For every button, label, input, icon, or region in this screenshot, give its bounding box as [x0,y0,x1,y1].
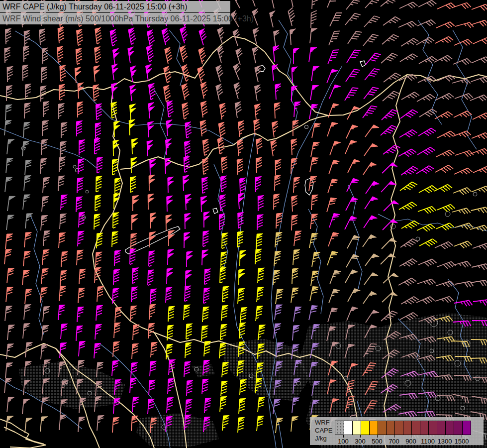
wind-barb [130,378,137,393]
wind-barb [328,50,339,64]
wind-barb [364,16,380,27]
legend-label-block: WRF CAPE J/kg [315,419,332,443]
wind-barb [255,66,261,82]
wind-barb [365,254,379,266]
wind-barb [417,147,435,155]
wind-barb [363,106,377,118]
wind-barb [329,289,340,303]
wind-barb [186,399,193,415]
wind-barb [330,270,341,284]
wind-barb [455,94,473,100]
wind-barb [75,67,81,83]
wind-barb [275,175,281,191]
legend-color-cell [394,421,403,435]
wind-barb [7,196,15,211]
wind-barb [5,363,13,378]
wind-barb [218,137,225,154]
wind-barb [78,288,85,303]
wind-barb [23,324,30,338]
wind-barb [235,102,242,118]
wind-barb [273,46,279,62]
wind-barb [166,139,172,155]
wind-barb [95,27,101,44]
wind-barb [435,112,453,119]
wind-barb [150,159,156,175]
wind-barb [311,195,318,210]
wind-barb [166,344,173,359]
wind-barb [24,103,31,118]
legend-tick-label: 1500 [451,438,473,445]
wind-barb [452,208,471,214]
wind-barb [41,398,49,413]
wind-barb [128,47,134,63]
wind-barb [363,162,377,175]
wind-barb [238,193,244,209]
wind-barb [401,166,418,175]
wind-barb [434,185,452,192]
wind-barb [132,215,138,230]
wind-barb [383,91,399,101]
wind-barb [130,104,136,120]
wind-barb [254,119,260,136]
wind-barb [112,159,118,175]
legend-color-cell [335,421,344,435]
wind-barb [364,144,378,156]
wind-barb [239,269,245,285]
wind-barb [39,29,45,45]
wind-barb [309,47,317,62]
wind-barb [365,197,378,209]
wind-barb [76,197,83,212]
wind-barb [115,307,122,323]
wind-barb [76,326,83,341]
wind-barb [329,214,340,228]
wind-barb [41,67,47,83]
wind-barb [5,105,12,120]
wind-barb [148,194,154,210]
wind-barb [436,150,454,157]
wind-barb [310,28,317,43]
wind-barb [400,54,417,62]
wind-barb [273,270,280,285]
wind-barb [149,83,156,100]
wind-barb [95,138,100,154]
wind-barb [310,158,318,173]
wind-barb [182,103,189,119]
wind-barb [201,196,207,212]
wind-barb [435,297,454,303]
wind-barb [311,142,319,157]
wind-barb [182,84,189,100]
wind-barb [40,417,48,432]
wind-barb [399,259,417,266]
wind-barb [275,305,283,320]
wind-barb [401,38,418,46]
legend-color-cell [445,421,454,435]
wind-barb [41,216,48,231]
wind-barb [133,196,139,212]
weather-map-stage: WRF CAPE (J/kg) Thursday 06-11-2025 15:0… [0,0,487,448]
wind-barb [169,230,175,246]
wind-barb [222,416,229,431]
wind-barb [113,269,120,285]
wind-barb [58,27,65,43]
wind-barb [453,59,472,65]
wind-barb [272,65,278,81]
wind-barb [293,249,300,265]
wind-barb [78,83,84,99]
wind-barb [364,216,377,228]
wind-barb [187,380,193,396]
wind-barb [345,88,358,101]
wind-barb [257,215,263,230]
wind-barb [453,188,472,195]
wind-barb [61,195,68,210]
wind-barb [40,288,47,303]
wind-barb [25,214,33,228]
wind-barb [112,64,118,80]
wind-barb [7,268,14,283]
wind-barb [383,273,398,283]
wind-barb [238,417,245,433]
legend-color-cell [428,421,437,435]
wind-barb [186,324,193,339]
wind-barb [253,28,258,44]
wind-barb [129,119,135,135]
wind-barb [204,212,210,227]
